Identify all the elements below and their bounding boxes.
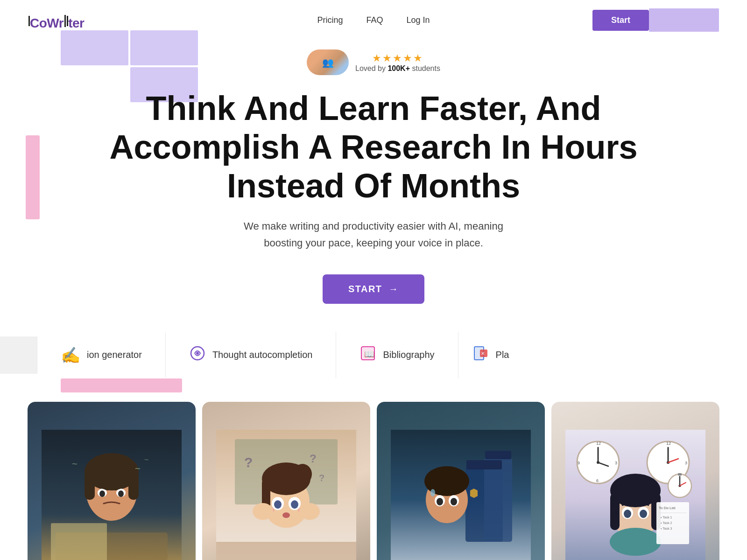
svg-point-53 [437, 498, 443, 505]
svg-rect-91 [678, 473, 682, 476]
logo-cursor [64, 15, 66, 27]
svg-rect-26 [216, 542, 356, 560]
feature-label-3: Pla [496, 350, 509, 360]
svg-text:3: 3 [615, 461, 617, 465]
hero-title-line2: Accomplish A Research In Hours [110, 128, 638, 166]
svg-point-35 [291, 500, 298, 509]
feature-partial-right: ✕ Pla [458, 332, 523, 378]
logo-cowr: CoWr [28, 16, 63, 26]
nav-link-pricing[interactable]: Pricing [317, 15, 343, 25]
svg-text:~: ~ [135, 463, 141, 474]
student-count: 100K+ [388, 64, 410, 72]
features-strip-container: ✍️ ion generator Thought autocompletion … [0, 332, 747, 392]
avatar-group: 👥 [307, 49, 349, 75]
nav-link-login[interactable]: Log In [407, 15, 430, 25]
svg-point-38 [282, 512, 290, 518]
card-clueless: ? ? ? Clueless where to [202, 402, 370, 560]
nav-decorative-block [649, 8, 719, 32]
svg-point-43 [299, 503, 320, 520]
hero-section: 👥 ★★★★★ Loved by 100K+ students Think An… [0, 40, 747, 332]
feature-label-2: Bibliography [383, 350, 434, 360]
svg-point-79 [624, 510, 631, 518]
svg-point-18 [99, 490, 105, 497]
svg-rect-46 [484, 458, 512, 542]
card-caught: Fear of getting caught [377, 402, 545, 560]
nav-right: Start [592, 8, 719, 32]
card-notime-image: 12 3 6 9 12 3 [551, 402, 719, 560]
feature-icon-1 [189, 345, 206, 365]
feature-item-2: 📖 Bibliography [336, 332, 458, 378]
nav-item-faq[interactable]: FAQ [366, 15, 383, 25]
svg-text:?: ? [310, 452, 317, 465]
hero-cta-button[interactable]: START → [323, 274, 424, 304]
svg-text:✕: ✕ [481, 351, 485, 356]
svg-marker-55 [470, 489, 478, 498]
hero-cta-arrow: → [389, 284, 399, 294]
svg-text:12: 12 [666, 441, 671, 446]
svg-point-42 [253, 503, 273, 520]
hero-title-line3: Instead Of Months [227, 167, 520, 204]
svg-text:~: ~ [144, 456, 148, 464]
svg-text:• Task 2: • Task 2 [661, 521, 672, 525]
svg-rect-74 [610, 493, 620, 530]
card-sleepless-image: ~ ~ ~ [28, 402, 196, 560]
social-proof-content: ★★★★★ Loved by 100K+ students [355, 52, 440, 73]
svg-text:To Do List: To Do List [659, 506, 676, 510]
svg-text:• Task 1: • Task 1 [661, 516, 672, 519]
svg-text:6: 6 [596, 478, 599, 483]
cards-section: ~ ~ ~ Sleepless nights of [0, 402, 747, 560]
svg-text:?: ? [244, 455, 253, 470]
avatar-emoji: 👥 [322, 57, 334, 68]
svg-text:9: 9 [578, 461, 580, 465]
feature-label-0: ion generator [87, 350, 142, 360]
feature-icon-0: ✍️ [61, 346, 80, 364]
svg-text:📖: 📖 [364, 349, 375, 359]
feature-item-0: ✍️ ion generator [37, 333, 166, 378]
hero-subtitle: We make writing and productivity easier … [93, 218, 654, 251]
hero-cta-label: START [348, 284, 382, 294]
svg-point-34 [274, 500, 282, 509]
svg-text:?: ? [319, 473, 324, 483]
feature-item-1: Thought autocompletion [166, 332, 337, 378]
feature-partial-left [0, 336, 37, 374]
hero-title-line1: Think And Learn Faster, And [146, 90, 601, 127]
decorative-strip-bottom [61, 378, 182, 392]
svg-rect-48 [485, 451, 511, 459]
svg-text:12: 12 [596, 441, 601, 446]
svg-point-80 [640, 510, 647, 518]
nav-start-button[interactable]: Start [592, 10, 649, 31]
svg-point-56 [430, 489, 435, 497]
svg-text:~: ~ [72, 459, 78, 469]
logo: CoWrter [28, 13, 85, 28]
nav-link-faq[interactable]: FAQ [366, 15, 383, 25]
svg-text:3: 3 [685, 461, 687, 465]
loved-text: Loved by 100K+ students [355, 64, 440, 73]
svg-rect-15 [128, 472, 139, 500]
svg-point-54 [451, 498, 457, 505]
svg-point-76 [610, 528, 661, 556]
nav-item-pricing[interactable]: Pricing [317, 15, 343, 25]
svg-text:• Task 3: • Task 3 [661, 527, 672, 530]
card-caught-image [377, 402, 545, 560]
feature-icon-2: 📖 [359, 345, 376, 365]
nav-links: Pricing FAQ Log In [317, 15, 430, 25]
feature-icon-3: ✕ [472, 345, 489, 365]
hero-title: Think And Learn Faster, And Accomplish A… [93, 89, 654, 205]
svg-rect-11 [51, 523, 107, 560]
logo-iter: ter [67, 16, 84, 26]
svg-point-1 [196, 352, 199, 355]
svg-point-19 [118, 490, 124, 497]
social-proof: 👥 ★★★★★ Loved by 100K+ students [93, 49, 654, 75]
card-notime: 12 3 6 9 12 3 [551, 402, 719, 560]
nav-item-login[interactable]: Log In [407, 15, 430, 25]
star-rating: ★★★★★ [355, 52, 440, 64]
navbar: CoWrter Pricing FAQ Log In Start [0, 0, 747, 40]
feature-label-1: Thought autocompletion [212, 350, 313, 360]
card-sleepless: ~ ~ ~ Sleepless nights of [28, 402, 196, 560]
svg-rect-47 [466, 460, 502, 469]
card-clueless-image: ? ? ? [202, 402, 370, 560]
svg-point-30 [293, 464, 312, 484]
svg-rect-14 [85, 472, 95, 500]
